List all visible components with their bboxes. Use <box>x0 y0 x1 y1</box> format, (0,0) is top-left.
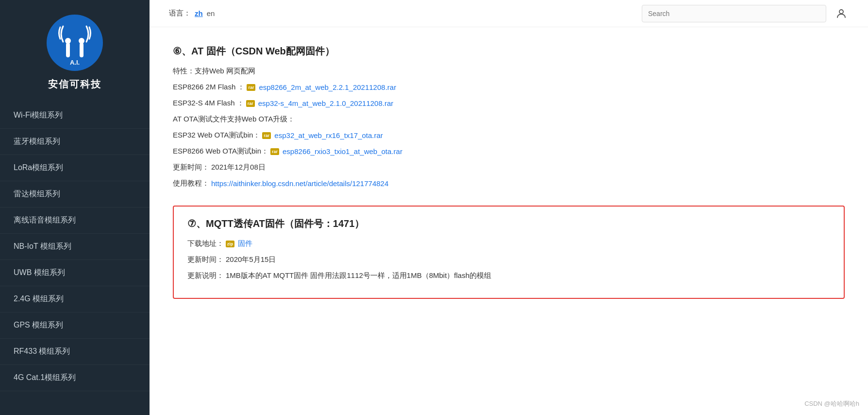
content-area: ⑥、AT 固件（CSDN Web配网固件） 特性：支持Web 网页配网 ESP8… <box>150 27 868 415</box>
file-icon-1: rar <box>247 84 255 91</box>
section-6-row-1: ESP8266 2M Flash ： rar esp8266_2m_at_web… <box>173 83 845 92</box>
watermark: CSDN @哈哈啊哈h <box>804 399 859 408</box>
ota-row1-prefix: ESP32 Web OTA测试bin： <box>173 131 260 140</box>
sidebar-item-0[interactable]: Wi-Fi模组系列 <box>0 103 150 129</box>
section-7-desc: 更新说明： 1MB版本的AT MQTT固件 固件用法跟1112号一样，适用1MB… <box>187 271 830 280</box>
sidebar-item-2[interactable]: LoRa模组系列 <box>0 155 150 181</box>
desc-label: 更新说明： <box>187 271 224 280</box>
row2-prefix: ESP32-S 4M Flash ： <box>173 99 244 108</box>
row1-prefix: ESP8266 2M Flash ： <box>173 83 245 92</box>
update-time-label-6: 更新时间： <box>173 163 209 172</box>
file-icon-5: zip <box>226 241 234 247</box>
feature-label: 特性：支持Web 网页配网 <box>173 67 255 76</box>
file-icon-3: rar <box>262 132 271 139</box>
desc-text: 1MB版本的AT MQTT固件 固件用法跟1112号一样，适用1MB（8Mbit… <box>226 271 491 280</box>
sidebar-item-5[interactable]: NB-IoT 模组系列 <box>0 234 150 260</box>
sidebar-nav: Wi-Fi模组系列蓝牙模组系列LoRa模组系列雷达模组系列离线语音模组系列NB-… <box>0 103 150 391</box>
section-6-feature: 特性：支持Web 网页配网 <box>173 67 845 76</box>
file-icon-4: rar <box>270 148 279 155</box>
update-time-label-7: 更新时间： <box>187 255 224 264</box>
section-6-ota-row-1: ESP32 Web OTA测试bin： rar esp32_at_web_rx1… <box>173 131 845 140</box>
sidebar: A.I. 安信可科技 Wi-Fi模组系列蓝牙模组系列LoRa模组系列雷达模组系列… <box>0 0 150 415</box>
header-right <box>642 5 849 22</box>
ota-row1-link[interactable]: esp32_at_web_rx16_tx17_ota.rar <box>274 131 383 139</box>
section-6-title: ⑥、AT 固件（CSDN Web配网固件） <box>173 45 845 58</box>
lang-bar: 语言： zh en <box>169 9 215 18</box>
tutorial-link[interactable]: https://aithinker.blog.csdn.net/article/… <box>211 179 388 188</box>
sidebar-item-10[interactable]: 4G Cat.1模组系列 <box>0 365 150 391</box>
svg-text:A.I.: A.I. <box>70 59 80 66</box>
section-7-download: 下载地址： zip 固件 <box>187 239 830 248</box>
ota-label: AT OTA测试文件支持Web OTA升级： <box>173 115 295 124</box>
section-6-ota-label: AT OTA测试文件支持Web OTA升级： <box>173 115 845 124</box>
ota-row2-prefix: ESP8266 Web OTA测试bin： <box>173 147 268 156</box>
download-label: 下载地址： <box>187 239 224 248</box>
tutorial-label: 使用教程： <box>173 179 209 188</box>
section-6-tutorial: 使用教程： https://aithinker.blog.csdn.net/ar… <box>173 179 845 188</box>
section-7-title: ⑦、MQTT透传AT固件（固件号：1471） <box>187 217 830 230</box>
section-7-box: ⑦、MQTT透传AT固件（固件号：1471） 下载地址： zip 固件 更新时间… <box>173 206 845 299</box>
sidebar-item-8[interactable]: GPS 模组系列 <box>0 312 150 339</box>
svg-rect-1 <box>66 43 70 57</box>
svg-rect-3 <box>80 43 83 57</box>
section-6-row-2: ESP32-S 4M Flash ： rar esp32-s_4m_at_web… <box>173 99 845 108</box>
sidebar-item-4[interactable]: 离线语音模组系列 <box>0 208 150 234</box>
header: 语言： zh en <box>150 0 868 27</box>
brand-name: 安信可科技 <box>48 78 101 91</box>
user-icon[interactable] <box>834 6 849 21</box>
download-link[interactable]: 固件 <box>238 239 252 248</box>
update-time-value-7: 2020年5月15日 <box>226 255 276 264</box>
sidebar-item-7[interactable]: 2.4G 模组系列 <box>0 286 150 312</box>
logo: A.I. <box>46 14 104 72</box>
row1-link[interactable]: esp8266_2m_at_web_2.2.1_20211208.rar <box>259 83 396 91</box>
file-icon-2: rar <box>246 100 255 107</box>
sidebar-item-3[interactable]: 雷达模组系列 <box>0 181 150 208</box>
main-area: 语言： zh en ⑥、AT 固件（CSDN Web配网固件） 特性：支持Web… <box>150 0 868 415</box>
lang-en[interactable]: en <box>207 9 215 17</box>
sidebar-item-9[interactable]: RF433 模组系列 <box>0 339 150 365</box>
row2-link[interactable]: esp32-s_4m_at_web_2.1.0_20211208.rar <box>258 99 394 107</box>
section-6-update-time: 更新时间： 2021年12月08日 <box>173 163 845 172</box>
svg-point-2 <box>65 38 71 44</box>
section-6-ota-row-2: ESP8266 Web OTA测试bin： rar esp8266_rxio3_… <box>173 147 845 156</box>
lang-zh[interactable]: zh <box>195 9 203 17</box>
section-7-update-time: 更新时间： 2020年5月15日 <box>187 255 830 264</box>
svg-point-4 <box>79 38 84 44</box>
lang-label: 语言： <box>169 9 191 18</box>
section-6: ⑥、AT 固件（CSDN Web配网固件） 特性：支持Web 网页配网 ESP8… <box>173 45 845 188</box>
ota-row2-link[interactable]: esp8266_rxio3_txio1_at_web_ota.rar <box>283 147 402 156</box>
svg-point-6 <box>839 10 843 14</box>
search-input[interactable] <box>642 5 826 22</box>
sidebar-item-6[interactable]: UWB 模组系列 <box>0 260 150 286</box>
update-time-value-6: 2021年12月08日 <box>211 163 266 172</box>
sidebar-item-1[interactable]: 蓝牙模组系列 <box>0 129 150 155</box>
